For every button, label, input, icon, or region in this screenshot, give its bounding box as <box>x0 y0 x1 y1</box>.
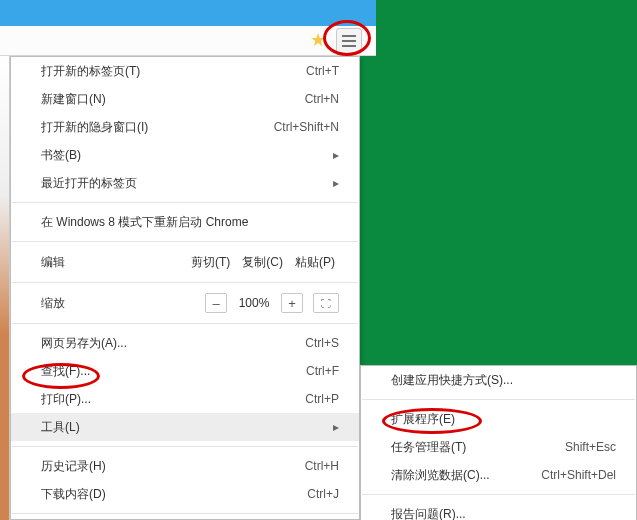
menu-item-label: 网页另存为(A)... <box>41 335 305 352</box>
menu-item-label: 在 Windows 8 模式下重新启动 Chrome <box>41 214 339 231</box>
separator <box>12 446 358 447</box>
menu-item-label: 查找(F)... <box>41 363 306 380</box>
menu-item[interactable]: 下载内容(D)Ctrl+J <box>11 480 359 508</box>
fullscreen-button[interactable]: ⛶ <box>313 293 339 313</box>
menu-group: 历史记录(H)Ctrl+H下载内容(D)Ctrl+J <box>11 452 359 508</box>
menu-item-edit: 编辑 剪切(T) 复制(C) 粘贴(P) <box>11 247 359 277</box>
menu-item-label: 书签(B) <box>41 147 323 164</box>
menu-group: 扩展程序(E)任务管理器(T)Shift+Esc清除浏览数据(C)...Ctrl… <box>361 405 636 489</box>
menu-item-label: 打开新的隐身窗口(I) <box>41 119 274 136</box>
zoom-in-button[interactable]: + <box>281 293 303 313</box>
paste-button[interactable]: 粘贴(P) <box>291 254 339 271</box>
menu-item-label: 下载内容(D) <box>41 486 307 503</box>
zoom-label: 缩放 <box>41 295 205 312</box>
menu-item-shortcut: Ctrl+T <box>306 64 339 78</box>
menu-item[interactable]: 打印(P)...Ctrl+P <box>11 385 359 413</box>
menu-item-win8-restart[interactable]: 在 Windows 8 模式下重新启动 Chrome <box>11 208 359 236</box>
menu-item-zoom: 缩放 – 100% + ⛶ <box>11 288 359 318</box>
menu-item-label: 创建应用快捷方式(S)... <box>391 372 616 389</box>
edit-label: 编辑 <box>41 254 187 271</box>
menu-item[interactable]: 任务管理器(T)Shift+Esc <box>361 433 636 461</box>
menu-item-label: 打开新的标签页(T) <box>41 63 306 80</box>
menu-group: 网页另存为(A)...Ctrl+S查找(F)...Ctrl+F打印(P)...C… <box>11 329 359 441</box>
separator <box>12 202 358 203</box>
menu-item[interactable]: 历史记录(H)Ctrl+H <box>11 452 359 480</box>
bookmark-star-icon[interactable]: ★ <box>310 30 330 50</box>
menu-item-label: 工具(L) <box>41 419 323 436</box>
menu-group: 创建应用快捷方式(S)... <box>361 366 636 394</box>
menu-item-label: 历史记录(H) <box>41 458 305 475</box>
cut-button[interactable]: 剪切(T) <box>187 254 234 271</box>
separator <box>12 282 358 283</box>
menu-item[interactable]: 新建窗口(N)Ctrl+N <box>11 85 359 113</box>
menu-group: 打开新的标签页(T)Ctrl+T新建窗口(N)Ctrl+N打开新的隐身窗口(I)… <box>11 57 359 197</box>
menu-item[interactable]: 清除浏览数据(C)...Ctrl+Shift+Del <box>361 461 636 489</box>
separator <box>12 513 358 514</box>
menu-item[interactable]: 创建应用快捷方式(S)... <box>361 366 636 394</box>
menu-item-label: 新建窗口(N) <box>41 91 305 108</box>
zoom-value: 100% <box>231 296 277 310</box>
separator <box>362 399 635 400</box>
menu-item[interactable]: 书签(B)▸ <box>11 141 359 169</box>
menu-item-label: 清除浏览数据(C)... <box>391 467 541 484</box>
menu-item-shortcut: Ctrl+Shift+Del <box>541 468 616 482</box>
menu-item-shortcut: Ctrl+J <box>307 487 339 501</box>
menu-item-shortcut: Ctrl+S <box>305 336 339 350</box>
window-titlebar <box>0 0 376 26</box>
menu-item-shortcut: Ctrl+P <box>305 392 339 406</box>
menu-item[interactable]: 工具(L)▸ <box>11 413 359 441</box>
menu-item-shortcut: Ctrl+F <box>306 364 339 378</box>
menu-group: 报告问题(R)... <box>361 500 636 520</box>
toolbar: ★ <box>0 26 376 56</box>
menu-item[interactable]: 网页另存为(A)...Ctrl+S <box>11 329 359 357</box>
menu-item[interactable]: 打开新的隐身窗口(I)Ctrl+Shift+N <box>11 113 359 141</box>
menu-item[interactable]: 扩展程序(E) <box>361 405 636 433</box>
menu-item-shortcut: Ctrl+N <box>305 92 339 106</box>
separator <box>12 241 358 242</box>
page-content-strip <box>0 56 10 520</box>
zoom-out-button[interactable]: – <box>205 293 227 313</box>
menu-item[interactable]: 报告问题(R)... <box>361 500 636 520</box>
menu-item-label: 最近打开的标签页 <box>41 175 323 192</box>
menu-item-shortcut: Shift+Esc <box>565 440 616 454</box>
menu-item-label: 打印(P)... <box>41 391 305 408</box>
tools-submenu: 创建应用快捷方式(S)... 扩展程序(E)任务管理器(T)Shift+Esc清… <box>360 365 637 520</box>
menu-item-label: 报告问题(R)... <box>391 506 616 521</box>
main-menu: 打开新的标签页(T)Ctrl+T新建窗口(N)Ctrl+N打开新的隐身窗口(I)… <box>10 56 360 520</box>
menu-item[interactable]: 查找(F)...Ctrl+F <box>11 357 359 385</box>
submenu-arrow-icon: ▸ <box>329 176 339 190</box>
menu-item-label: 扩展程序(E) <box>391 411 616 428</box>
submenu-arrow-icon: ▸ <box>329 148 339 162</box>
chrome-menu-button[interactable] <box>336 28 362 54</box>
menu-item[interactable]: 打开新的标签页(T)Ctrl+T <box>11 57 359 85</box>
separator <box>12 323 358 324</box>
copy-button[interactable]: 复制(C) <box>238 254 287 271</box>
menu-item-shortcut: Ctrl+Shift+N <box>274 120 339 134</box>
menu-item[interactable]: 最近打开的标签页▸ <box>11 169 359 197</box>
submenu-arrow-icon: ▸ <box>329 420 339 434</box>
menu-item-label: 任务管理器(T) <box>391 439 565 456</box>
separator <box>362 494 635 495</box>
menu-item-shortcut: Ctrl+H <box>305 459 339 473</box>
